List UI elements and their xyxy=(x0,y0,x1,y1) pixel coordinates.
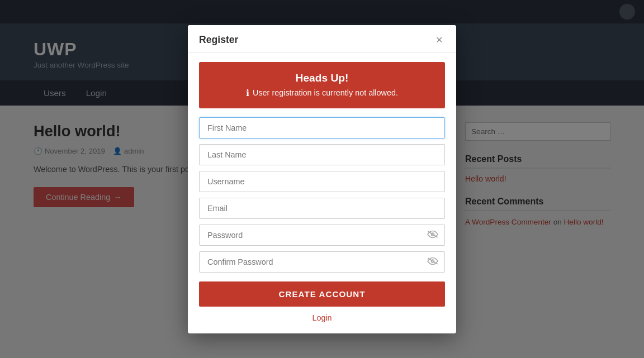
password-toggle-icon[interactable] xyxy=(427,229,438,241)
confirm-password-input[interactable] xyxy=(199,251,445,273)
modal-close-button[interactable]: × xyxy=(434,34,445,46)
confirm-password-field-wrapper xyxy=(199,251,445,273)
create-account-button[interactable]: CREATE ACCOUNT xyxy=(199,281,445,307)
username-input[interactable] xyxy=(199,171,445,192)
modal-body: Heads Up! ℹ User registration is current… xyxy=(188,53,456,333)
alert-message: User registration is currently not allow… xyxy=(253,88,398,97)
confirm-password-toggle-icon[interactable] xyxy=(427,256,438,268)
email-input[interactable] xyxy=(199,198,445,219)
first-name-input[interactable] xyxy=(199,117,445,139)
modal-header: Register × xyxy=(188,25,456,53)
alert-info-icon: ℹ xyxy=(246,88,249,98)
registration-alert: Heads Up! ℹ User registration is current… xyxy=(199,62,445,108)
register-modal: Register × Heads Up! ℹ User registration… xyxy=(188,25,456,333)
alert-body: ℹ User registration is currently not all… xyxy=(210,88,434,98)
last-name-input[interactable] xyxy=(199,144,445,165)
alert-heading: Heads Up! xyxy=(210,72,434,84)
password-input[interactable] xyxy=(199,225,445,246)
modal-title: Register xyxy=(199,34,238,46)
login-link[interactable]: Login xyxy=(199,313,445,322)
password-field-wrapper xyxy=(199,225,445,246)
modal-overlay: Register × Heads Up! ℹ User registration… xyxy=(0,0,644,358)
